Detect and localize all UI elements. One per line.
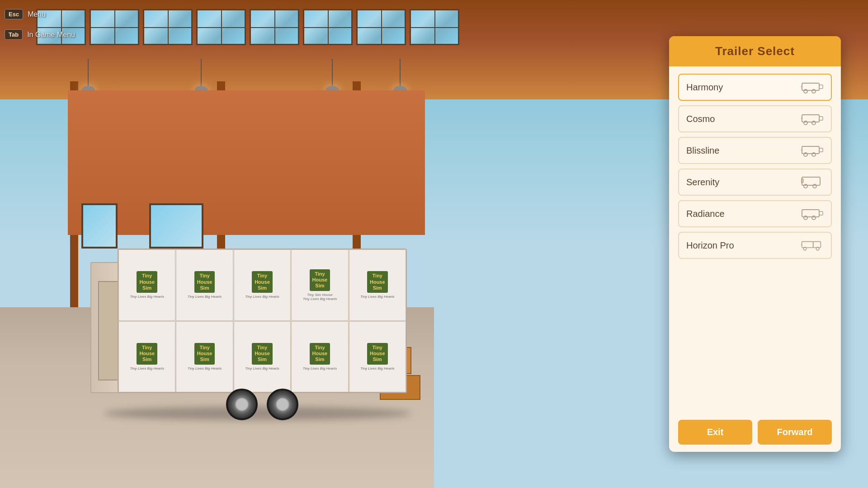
trailer-body: TinyHouseSim Tiny Lives Big Hearts TinyH… [118, 249, 407, 393]
game-tagline: Tiny Lives Big Hearts [360, 366, 395, 371]
skylight [303, 9, 353, 45]
hud-tab-menu: Tab In Game Menu [5, 29, 75, 40]
trailer-item-icon [801, 176, 824, 188]
forward-button[interactable]: Forward [758, 420, 832, 445]
skylight [143, 9, 193, 45]
game-tagline: Tiny Lives Big Hearts [245, 295, 279, 299]
game-tagline: Tiny Lives Big Hearts [188, 295, 222, 299]
panel-header: Trailer Select [669, 36, 841, 66]
trailer-item-name: Harmony [686, 82, 723, 93]
game-logo: TinyHouseSim [194, 271, 215, 293]
game-tagline: Tiny Lives Big Hearts [188, 366, 222, 371]
hanging-lamp [81, 59, 95, 95]
svg-rect-24 [813, 242, 821, 248]
trailer-item-name: Serenity [686, 177, 719, 188]
trailer-item-icon [801, 207, 824, 220]
trailer-item-icon [801, 81, 824, 94]
trailer-item-blissline[interactable]: Blissline [678, 137, 832, 164]
skylight [90, 9, 139, 45]
trailer-wheel [226, 389, 258, 420]
skylight [196, 9, 246, 45]
warehouse-window [81, 203, 118, 249]
exit-button[interactable]: Exit [678, 420, 752, 445]
trailer-item-harmony[interactable]: Harmony [678, 74, 832, 101]
trailer-wheel [267, 389, 298, 420]
trailer-items-list: Harmony Cosmo Blissline [669, 66, 841, 413]
tab-menu-label: In Game Menu [27, 31, 75, 39]
esc-key-badge[interactable]: Esc [5, 9, 23, 19]
hud-esc-menu: Esc Menu [5, 9, 46, 19]
game-tagline: Tiny Sim HouseTiny Lives Big Hearts [303, 293, 337, 301]
trailer-panel: TinyHouseSim Tiny Lives Big Hearts [176, 321, 233, 393]
game-tagline: Tiny Lives Big Hearts [303, 366, 337, 371]
trailer-item-serenity[interactable]: Serenity [678, 169, 832, 196]
trailer-item-name: Horizon Pro [686, 240, 734, 251]
esc-menu-label: Menu [28, 10, 46, 19]
warehouse-window [149, 203, 203, 249]
trailer-item-icon [801, 144, 824, 157]
skylight [410, 9, 459, 45]
trailer-item-icon [801, 113, 824, 125]
skylight [356, 9, 406, 45]
trailer-item-name: Cosmo [686, 114, 715, 124]
trailer-panel-grid: TinyHouseSim Tiny Lives Big Hearts TinyH… [118, 249, 406, 392]
game-logo: TinyHouseSim [252, 271, 273, 293]
game-logo: TinyHouseSim [137, 271, 157, 293]
trailer-panel: TinyHouseSim Tiny Lives Big Hearts [291, 321, 348, 393]
svg-rect-1 [819, 85, 823, 89]
svg-rect-23 [802, 242, 813, 248]
game-logo: TinyHouseSim [252, 343, 273, 365]
game-tagline: Tiny Lives Big Hearts [130, 366, 164, 371]
trailer-panel: TinyHouseSim Tiny Lives Big Hearts [349, 249, 406, 321]
trailer-item-name: Blissline [686, 145, 719, 156]
trailer-panel: TinyHouseSim Tiny Lives Big Hearts [349, 321, 406, 393]
trailer-panel: TinyHouseSim Tiny Lives Big Hearts [118, 249, 175, 321]
svg-rect-20 [819, 211, 823, 215]
game-tagline: Tiny Lives Big Hearts [130, 295, 164, 299]
game-logo: TinyHouseSim [194, 343, 215, 365]
game-logo: TinyHouseSim [367, 271, 388, 293]
svg-rect-15 [802, 177, 820, 185]
trailer-item-horizon-pro[interactable]: Horizon Pro [678, 232, 832, 259]
game-tagline: Tiny Lives Big Hearts [360, 295, 395, 299]
skylight [250, 9, 299, 45]
game-logo: TinyHouseSim [310, 269, 330, 291]
trailer: TinyHouseSim Tiny Lives Big Hearts TinyH… [90, 249, 407, 420]
trailer-panel: TinyHouseSim Tiny Sim HouseTiny Lives Bi… [291, 249, 348, 321]
trailer-wheels [118, 389, 407, 420]
trailer-panel: TinyHouseSim Tiny Lives Big Hearts [234, 321, 291, 393]
game-logo: TinyHouseSim [137, 343, 157, 365]
trailer-item-name: Radiance [686, 209, 725, 219]
trailer-panel: TinyHouseSim Tiny Lives Big Hearts [118, 321, 175, 393]
trailer-panel: TinyHouseSim Tiny Lives Big Hearts [234, 249, 291, 321]
hanging-lamp [194, 59, 208, 95]
game-tagline: Tiny Lives Big Hearts [245, 366, 279, 371]
trailer-panel: TinyHouseSim Tiny Lives Big Hearts [176, 249, 233, 321]
hanging-lamp [326, 59, 339, 95]
svg-rect-11 [819, 148, 823, 152]
game-logo: TinyHouseSim [367, 343, 388, 365]
back-wall [68, 90, 425, 235]
tab-key-badge[interactable]: Tab [5, 29, 23, 40]
game-logo: TinyHouseSim [310, 343, 330, 365]
hanging-lamp [393, 59, 407, 95]
trailer-item-cosmo[interactable]: Cosmo [678, 105, 832, 132]
trailer-item-radiance[interactable]: Radiance [678, 200, 832, 227]
svg-rect-6 [819, 117, 823, 120]
panel-title: Trailer Select [678, 44, 832, 58]
panel-footer: Exit Forward [669, 413, 841, 452]
trailer-item-icon [801, 239, 824, 252]
trailer-select-panel: Trailer Select Harmony Cosmo [669, 36, 841, 452]
